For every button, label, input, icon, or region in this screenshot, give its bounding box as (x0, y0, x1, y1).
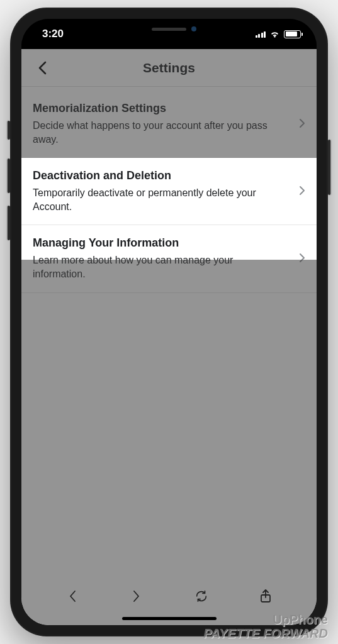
back-button[interactable] (33, 58, 52, 77)
screen: 3:20 (21, 19, 317, 625)
phone-side-button-right (328, 140, 330, 195)
phone-side-buttons-left (8, 121, 10, 253)
bottom-nav (21, 579, 317, 614)
nav-forward-button[interactable] (124, 584, 149, 609)
setting-description: Learn more about how you can manage your… (33, 253, 286, 280)
setting-title: Memorialization Settings (33, 102, 286, 115)
nav-back-button[interactable] (60, 584, 85, 609)
setting-title: Deactivation and Deletion (33, 169, 286, 182)
chevron-left-icon (68, 589, 77, 603)
cellular-signal-icon (256, 30, 266, 38)
phone-frame: 3:20 (10, 8, 328, 636)
chevron-right-icon (132, 589, 141, 603)
setting-item-managing-info[interactable]: Managing Your Information Learn more abo… (21, 225, 317, 292)
chevron-right-icon (299, 184, 305, 199)
setting-item-deactivation[interactable]: Deactivation and Deletion Temporarily de… (21, 158, 317, 225)
setting-item-memorialization[interactable]: Memorialization Settings Decide what hap… (21, 87, 317, 158)
notch (103, 19, 235, 39)
watermark-line-2: PAYETTE FORWARD (203, 626, 328, 640)
share-icon (259, 589, 272, 604)
setting-description: Decide what happens to your account afte… (33, 119, 286, 146)
watermark-line-1: UpPhone (203, 613, 328, 626)
status-time: 3:20 (37, 28, 64, 40)
home-indicator[interactable] (122, 617, 217, 620)
settings-list: Memorialization Settings Decide what hap… (21, 87, 317, 293)
page-title: Settings (21, 60, 317, 75)
chevron-left-icon (38, 61, 47, 75)
app-content: Settings Memorialization Settings Decide… (21, 49, 317, 625)
wifi-icon (269, 30, 280, 38)
nav-bar: Settings (21, 49, 317, 87)
refresh-button[interactable] (189, 584, 214, 609)
setting-title: Managing Your Information (33, 236, 286, 250)
watermark: UpPhone PAYETTE FORWARD (203, 613, 328, 640)
battery-icon (284, 30, 301, 38)
setting-description: Temporarily deactivate or permanently de… (33, 186, 286, 213)
chevron-right-icon (299, 252, 305, 266)
refresh-icon (194, 589, 208, 603)
chevron-right-icon (299, 117, 305, 131)
share-button[interactable] (253, 584, 278, 609)
